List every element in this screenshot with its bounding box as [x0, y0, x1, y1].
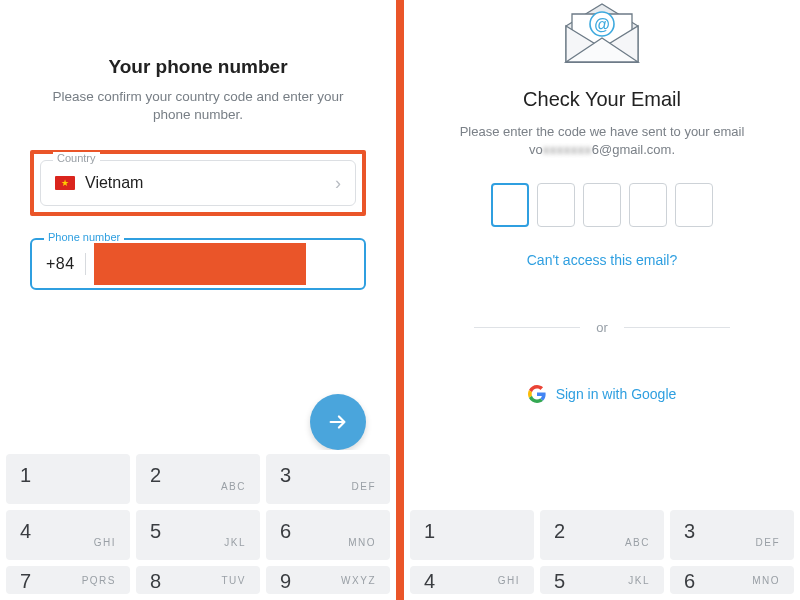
key-6[interactable]: 6MNO — [670, 566, 794, 594]
key-7[interactable]: 7PQRS — [6, 566, 130, 594]
page-title: Your phone number — [30, 56, 366, 78]
key-8[interactable]: 8TUV — [136, 566, 260, 594]
code-digit-2[interactable] — [537, 183, 575, 227]
phone-legend: Phone number — [44, 231, 124, 243]
code-digit-5[interactable] — [675, 183, 713, 227]
or-divider: or — [434, 320, 770, 335]
panel-divider — [396, 0, 404, 600]
code-digit-3[interactable] — [583, 183, 621, 227]
svg-text:@: @ — [594, 16, 610, 33]
highlight-box: Country Vietnam › — [30, 150, 366, 216]
key-5[interactable]: 5JKL — [540, 566, 664, 594]
key-5[interactable]: 5JKL — [136, 510, 260, 560]
key-2[interactable]: 2ABC — [136, 454, 260, 504]
next-button[interactable] — [310, 394, 366, 450]
key-4[interactable]: 4GHI — [6, 510, 130, 560]
sign-in-with-google-button[interactable]: Sign in with Google — [434, 385, 770, 403]
phone-entry-screen: Your phone number Please confirm your co… — [0, 0, 396, 600]
key-6[interactable]: 6MNO — [266, 510, 390, 560]
key-2[interactable]: 2ABC — [540, 510, 664, 560]
page-subtitle: Please confirm your country code and ent… — [30, 88, 366, 124]
email-verify-screen: @ Check Your Email Please enter the code… — [404, 0, 800, 600]
verification-code-input[interactable] — [434, 183, 770, 227]
email-title: Check Your Email — [434, 88, 770, 111]
code-digit-4[interactable] — [629, 183, 667, 227]
country-legend: Country — [53, 152, 100, 164]
separator — [85, 253, 86, 275]
phone-input[interactable]: Phone number +84 — [30, 238, 366, 290]
key-1[interactable]: 1 — [410, 510, 534, 560]
key-9[interactable]: 9WXYZ — [266, 566, 390, 594]
email-subtitle: Please enter the code we have sent to yo… — [434, 123, 770, 159]
country-name: Vietnam — [85, 174, 335, 192]
email-envelope-icon: @ — [560, 0, 644, 68]
code-digit-1[interactable] — [491, 183, 529, 227]
numeric-keypad: 1 2ABC 3DEF 4GHI 5JKL 6MNO 7PQRS 8TUV 9W… — [0, 450, 396, 600]
cant-access-email-link[interactable]: Can't access this email? — [527, 252, 678, 268]
key-1[interactable]: 1 — [6, 454, 130, 504]
flag-icon — [55, 176, 75, 190]
arrow-right-icon — [327, 411, 349, 433]
google-icon — [528, 385, 546, 403]
redaction-overlay — [94, 243, 306, 285]
country-selector[interactable]: Country Vietnam › — [40, 160, 356, 206]
google-signin-label: Sign in with Google — [556, 386, 677, 402]
key-3[interactable]: 3DEF — [670, 510, 794, 560]
chevron-right-icon: › — [335, 173, 341, 194]
numeric-keypad: 1 2ABC 3DEF 4GHI 5JKL 6MNO — [404, 506, 800, 600]
key-4[interactable]: 4GHI — [410, 566, 534, 594]
phone-country-code: +84 — [46, 255, 85, 273]
key-3[interactable]: 3DEF — [266, 454, 390, 504]
